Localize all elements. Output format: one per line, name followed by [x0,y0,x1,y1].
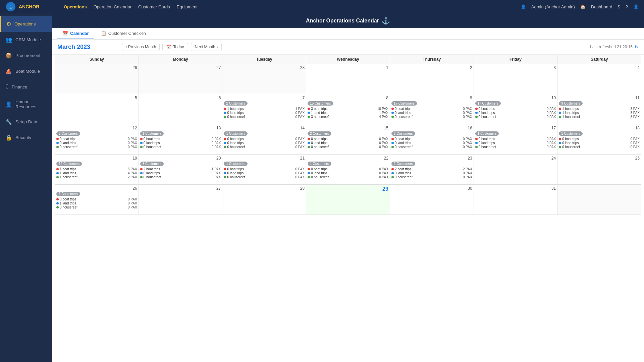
sidebar-item-crm[interactable]: 👥 CRM Module [0,32,52,48]
day-number: 27 [140,186,221,191]
main-layout: ⚙ Operations 👥 CRM Module 📦 Procurement … [0,13,644,362]
dashboard-link[interactable]: Dashboard [591,4,612,9]
calendar-cell[interactable]: 28 [222,64,306,94]
calendar-cell[interactable]: 221 Customers0 boat trips0 PAX0 land tri… [306,155,390,185]
calendar-cell[interactable]: 1912 Customers1 boat trips5 PAX1 land tr… [55,155,139,185]
trip-row: 1 land trips0 PAX [56,201,137,205]
calendar-cell[interactable]: 211 Customers0 boat trips0 PAX0 land tri… [222,155,306,185]
sidebar-item-security[interactable]: 🔒 Security [0,130,52,145]
trip-label: 0 boat trips [395,107,462,111]
trip-row: 0 land trips0 PAX [475,141,556,145]
calendar-cell[interactable]: 4 [557,64,641,94]
red-dot [475,108,478,110]
today-button[interactable]: 📅 Today [162,43,188,51]
trip-label: 1 land trips [311,111,378,115]
calendar-cell[interactable]: 131 Customers0 boat trips0 PAX0 land tri… [139,124,223,155]
trip-row: 0 boat trips0 PAX [56,197,137,201]
dollar-icon[interactable]: $ [618,4,620,9]
tab-checkin[interactable]: 📋 Customer Check-In [96,28,151,39]
calendar-cell[interactable]: 232 Customers2 boat trips2 PAX0 land tri… [390,155,474,185]
calendar-cell[interactable]: 5 [55,94,139,124]
checkin-tab-label: Customer Check-In [108,31,146,36]
calendar-cell[interactable]: 30 [390,185,474,215]
calendar-tab-label: Calendar [70,31,89,36]
blue-dot [56,202,59,204]
trip-row: 1 boat trips5 PAX [56,167,137,171]
sidebar-item-procurement[interactable]: 📦 Procurement [0,48,52,63]
calendar-cell[interactable]: 1 [306,64,390,94]
calendar-cell[interactable]: 181 Customers0 boat trips0 PAX0 land tri… [557,124,641,155]
next-month-button[interactable]: Next Month › [191,43,221,51]
calendar-cell[interactable]: 29 [306,185,390,215]
tab-calendar[interactable]: 📅 Calendar [57,28,94,39]
day-number: 6 [140,96,221,100]
day-number: 27 [140,65,221,70]
calendar-cell[interactable]: 141 Customers0 boat trips0 PAX0 land tri… [222,124,306,155]
calendar-cell[interactable]: 6 [139,94,223,124]
day-header: Tuesday [222,55,306,64]
green-dot [224,176,226,178]
trip-pax: 1 PAX [379,111,388,115]
nav-operations[interactable]: Operations [64,4,87,9]
blue-dot [140,142,143,144]
calendar-cell[interactable]: 27 [139,64,223,94]
sidebar-item-finance[interactable]: € Finance [0,79,52,95]
trip-row: 1 boat trips1 PAX [224,107,305,111]
red-dot [391,108,394,110]
sidebar-item-operations[interactable]: ⚙ Operations [0,16,52,32]
calendar-cell[interactable]: 917 Customers0 boat trips0 PAX0 land tri… [390,94,474,124]
nav-equipment[interactable]: Equipment [177,4,198,9]
calendar-cell[interactable]: 162 Customers0 boat trips0 PAX0 land tri… [390,124,474,155]
customer-badge: 12 Customers [56,162,82,166]
calendar-cell[interactable]: 815 Customers3 boat trips10 PAX1 land tr… [306,94,390,124]
nav-customer-cards[interactable]: Customer Cards [138,4,170,9]
calendar-cell[interactable]: 122 Customers0 boat trips0 PAX0 land tri… [55,124,139,155]
sidebar-item-boat[interactable]: ⛵ Boat Module [0,63,52,79]
calendar-cell[interactable]: 1017 Customers0 boat trips0 PAX0 land tr… [474,94,558,124]
calendar-cell[interactable]: 27 [139,185,223,215]
trip-pax: 0 PAX [463,171,472,175]
day-number: 28 [224,65,305,70]
customer-badge: 3 Customers [140,162,164,166]
calendar-cell[interactable]: 3 [474,64,558,94]
calendar-cell[interactable]: 2 [390,64,474,94]
calendar-cell[interactable]: 25 [557,155,641,185]
trip-row: 1 boat trips3 PAX [559,107,640,111]
red-dot [391,138,394,140]
trip-pax: 0 PAX [547,137,556,141]
calendar-cell[interactable] [557,185,641,215]
trip-row: 1 land trips4 PAX [56,171,137,175]
calendar-cell[interactable]: 261 Customers0 boat trips0 PAX1 land tri… [55,185,139,215]
calendar-cell[interactable]: 203 Customers2 boat trips1 PAX0 land tri… [139,155,223,185]
trip-pax: 0 PAX [128,141,137,145]
customer-badge: 2 Customers [391,131,415,136]
trip-row: 0 boat trips0 PAX [391,107,472,111]
prev-month-button[interactable]: ‹ Previous Month [122,43,160,51]
day-number: 18 [559,126,640,130]
customer-badge: 2 Customers [391,162,415,166]
calendar-cell[interactable]: 26 [55,64,139,94]
refresh-icon[interactable]: ↻ [635,44,639,50]
calendar-cell[interactable]: 72 Customers1 boat trips1 PAX0 land trip… [222,94,306,124]
trip-pax: 0 PAX [212,145,221,149]
calendar-cell[interactable]: 119 Customers1 boat trips3 PAX1 land tri… [557,94,641,124]
calendar-cell[interactable]: 28 [222,185,306,215]
help-icon[interactable]: ? [626,4,628,9]
sidebar-item-setup[interactable]: 🔧 Setup Data [0,114,52,130]
calendar-cell[interactable]: 24 [474,155,558,185]
day-header: Wednesday [306,55,390,64]
trip-label: 0 boat trips [60,137,127,141]
user-label[interactable]: Admin (Anchor Admin) [531,4,575,9]
green-dot [140,176,143,178]
user-profile-icon[interactable]: 👤 [633,4,639,9]
calendar-cell[interactable]: 171 Customers0 boat trips0 PAX0 land tri… [474,124,558,155]
day-number: 4 [559,65,640,70]
customer-badge: 1 Customers [224,162,248,166]
sidebar-item-hr[interactable]: 👤 Human Resources [0,95,52,114]
trip-pax: 0 PAX [463,111,472,115]
calendar-cell[interactable]: 31 [474,185,558,215]
customer-badge: 2 Customers [308,131,331,136]
nav-operation-calendar[interactable]: Operation Calendar [94,4,131,9]
blue-dot [224,142,226,144]
calendar-cell[interactable]: 152 Customers0 boat trips0 PAX0 land tri… [306,124,390,155]
